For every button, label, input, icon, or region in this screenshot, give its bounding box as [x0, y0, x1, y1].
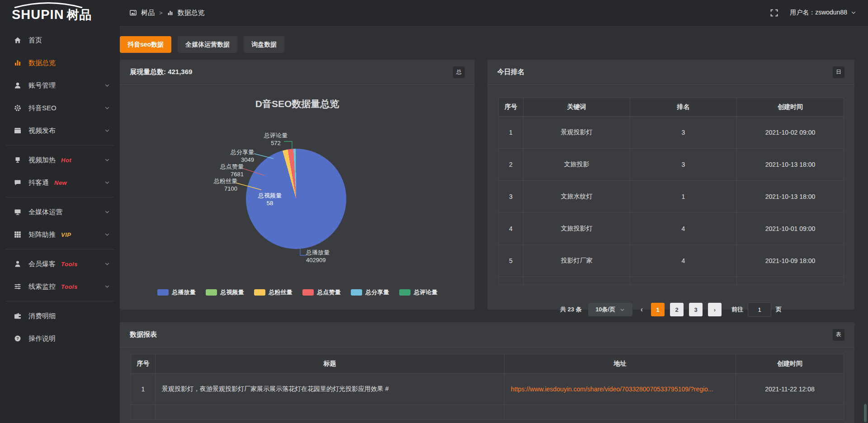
cell-seq: 5 — [499, 245, 524, 277]
legend-item[interactable]: 总分享量 — [351, 288, 389, 296]
sidebar-divider — [5, 145, 114, 146]
breadcrumb-current[interactable]: 数据总览 — [178, 9, 205, 17]
legend-item[interactable]: 总点赞量 — [302, 288, 341, 296]
logo-en: SHUPIN — [12, 7, 64, 22]
tab-douyin-seo-data[interactable]: 抖音seo数据 — [120, 36, 171, 53]
member-icon — [14, 260, 22, 268]
ranking-column-header: 创建时间 — [737, 98, 844, 117]
chevron-down-icon — [104, 157, 110, 163]
sidebar-item-home[interactable]: 首页 — [0, 29, 120, 52]
user-menu[interactable]: 用户名：zswodun88 — [790, 9, 856, 17]
ranking-row: 1 景观投影灯 3 2021-10-02 09:00 — [499, 117, 844, 149]
chevron-down-icon — [851, 10, 856, 15]
logo[interactable]: SHUPIN树品 — [12, 1, 120, 24]
goto-label: 前往 — [731, 306, 743, 314]
sidebar-item-label: 会员爆客 — [28, 260, 56, 268]
chevron-down-icon — [104, 261, 110, 267]
sidebar-item-label: 抖客通 — [28, 179, 49, 187]
impressions-panel: 展现量总数: 421,369 总 D音SEO数据量总览 总评论量572 总分 — [120, 60, 475, 310]
sidebar-item-spend-detail[interactable]: 消费明细 — [0, 305, 120, 327]
plug-icon — [14, 156, 22, 164]
ranking-title: 今日排名 — [497, 68, 524, 76]
main-content: 抖音seo数据 全媒体运营数据 询盘数据 展现量总数: 421,369 总 D音… — [120, 25, 868, 423]
next-page-button[interactable]: › — [708, 303, 722, 316]
legend-item[interactable]: 总评论量 — [399, 288, 438, 296]
legend-item[interactable]: 总视频量 — [206, 288, 244, 296]
table-badge-button[interactable]: 表 — [833, 329, 844, 341]
sidebar-item-label: 视频发布 — [28, 127, 56, 135]
legend-item[interactable]: 总粉丝量 — [254, 288, 292, 296]
video-link[interactable]: https://www.iesdouyin.com/share/video/70… — [511, 385, 713, 393]
cell-created: 2021-10-09 18:00 — [737, 245, 844, 277]
sidebar-item-douyin-seo[interactable]: 抖音SEO — [0, 97, 120, 119]
topbar: SHUPIN树品 树品 > 数据总览 用户名：zswodun88 — [0, 0, 868, 26]
sidebar-item-lead-monitor[interactable]: 线索监控 Tools — [0, 275, 120, 298]
cell-created: 2021-11-22 12:08 — [736, 374, 844, 405]
total-badge-button[interactable]: 总 — [453, 66, 465, 78]
sidebar-item-matrix-boost[interactable]: 矩阵助推 VIP — [0, 223, 120, 246]
cell-keyword: 投影灯厂家 — [524, 245, 630, 277]
goto-page-input[interactable] — [748, 302, 771, 317]
image-icon — [130, 9, 137, 16]
report-title: 数据报表 — [130, 330, 157, 339]
tools-badge: Tools — [61, 283, 78, 290]
cell-rank: 4 — [630, 245, 737, 277]
legend-label: 总播放量 — [172, 288, 196, 296]
prev-page-button[interactable]: ‹ — [638, 306, 646, 314]
cell-seq: 1 — [131, 374, 156, 405]
bar-chart-icon — [14, 59, 22, 66]
legend-label: 总视频量 — [221, 288, 244, 296]
sidebar-item-video-publish[interactable]: 视频发布 — [0, 119, 120, 142]
chevron-down-icon — [104, 232, 110, 237]
legend-swatch — [157, 289, 169, 296]
page-size-select[interactable]: 10条/页 — [588, 303, 632, 316]
legend-item[interactable]: 总播放量 — [157, 288, 196, 296]
sidebar-item-label: 抖音SEO — [28, 104, 57, 113]
fullscreen-icon[interactable] — [770, 9, 778, 17]
user-icon — [14, 82, 22, 89]
chevron-down-icon — [620, 307, 625, 312]
legend-swatch — [206, 289, 217, 296]
sidebar-divider — [5, 301, 114, 301]
legend-swatch — [399, 289, 410, 296]
legend-label: 总点赞量 — [317, 288, 341, 296]
cell-rank: 3 — [630, 117, 737, 149]
sidebar-item-label: 全媒体运营 — [28, 208, 62, 216]
page-unit-label: 页 — [776, 306, 782, 314]
day-badge-button[interactable]: 日 — [833, 66, 844, 78]
sidebar-divider — [5, 249, 114, 249]
ranking-row: 2 文旅投影 3 2021-10-13 18:00 — [499, 149, 844, 181]
sidebar-item-help[interactable]: ? 操作说明 — [0, 327, 120, 350]
tab-inquiry-data[interactable]: 询盘数据 — [244, 36, 284, 53]
breadcrumb-root[interactable]: 树品 — [141, 9, 155, 17]
cell-keyword: 文旅投影 — [524, 149, 630, 181]
sidebar-item-doketong[interactable]: 抖客通 New — [0, 171, 120, 194]
sidebar-item-account[interactable]: 账号管理 — [0, 74, 120, 97]
page-button-1[interactable]: 1 — [651, 303, 665, 316]
svg-text:?: ? — [16, 336, 19, 341]
report-column-header: 标题 — [156, 354, 505, 374]
page-button-2[interactable]: 2 — [670, 303, 684, 316]
username-label: 用户名：zswodun88 — [790, 9, 847, 17]
tools-badge: Tools — [61, 261, 78, 268]
sidebar-item-label: 矩阵助推 — [28, 230, 56, 239]
sidebar-item-label: 线索监控 — [28, 282, 56, 291]
sidebar-item-omni-media[interactable]: 全媒体运营 — [0, 201, 120, 223]
page-button-3[interactable]: 3 — [689, 303, 703, 316]
report-header-row: 序号标题地址创建时间 — [131, 354, 844, 374]
sidebar-divider — [5, 197, 114, 197]
tab-omni-media-data[interactable]: 全媒体运营数据 — [178, 36, 237, 53]
report-table: 序号标题地址创建时间 1 景观投影灯，夜游景观投影灯厂家展示展示落花灯在花园里的… — [131, 354, 844, 420]
monitor-icon — [14, 208, 22, 216]
scrollbar-thumb[interactable] — [864, 404, 867, 422]
sidebar-item-member-burst[interactable]: 会员爆客 Tools — [0, 253, 120, 275]
ranking-panel: 今日排名 日 序号关键词排名创建时间 1 景观投影灯 3 — [487, 60, 854, 310]
impressions-panel-header: 展现量总数: 421,369 总 — [120, 60, 475, 85]
pie-label-videos: 总视频量58 — [247, 192, 292, 207]
sidebar-item-data-overview[interactable]: 数据总览 — [0, 52, 120, 74]
chevron-down-icon — [104, 284, 110, 289]
sidebar-item-video-heat[interactable]: 视频加热 Hot — [0, 149, 120, 171]
chat-icon — [14, 179, 22, 186]
chevron-down-icon — [104, 209, 110, 215]
cell-keyword: 文旅水纹灯 — [524, 181, 630, 213]
